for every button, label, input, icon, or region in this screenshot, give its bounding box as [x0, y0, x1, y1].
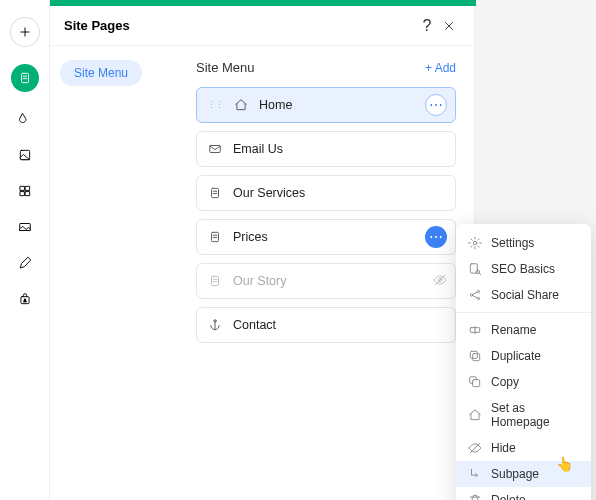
ctx-subpage[interactable]: Subpage [456, 461, 591, 487]
page-item-services[interactable]: Our Services [196, 175, 456, 211]
home-icon [468, 408, 482, 422]
drag-handle-icon[interactable]: ⋮⋮ [207, 100, 223, 110]
theme-icon[interactable] [16, 110, 34, 128]
page-label: Our Story [233, 274, 287, 288]
svg-rect-24 [473, 380, 480, 387]
page-label: Contact [233, 318, 276, 332]
image-tool-icon[interactable] [16, 146, 34, 164]
copy-icon [468, 375, 482, 389]
site-menu-chip[interactable]: Site Menu [60, 60, 142, 86]
ctx-duplicate[interactable]: Duplicate [456, 343, 591, 369]
add-page-button[interactable]: + Add [425, 61, 456, 75]
page-item-home[interactable]: ⋮⋮ Home ⋯ [196, 87, 456, 123]
search-doc-icon [468, 262, 482, 276]
gear-icon [468, 236, 482, 250]
svg-rect-4 [20, 192, 24, 196]
page-actions-button[interactable]: ⋯ [425, 94, 447, 116]
svg-rect-2 [20, 186, 24, 190]
menu-title: Site Menu [196, 60, 425, 75]
help-button[interactable]: ? [416, 17, 438, 35]
page-label: Our Services [233, 186, 305, 200]
ctx-homepage[interactable]: Set as Homepage [456, 395, 591, 435]
svg-text:A: A [23, 298, 26, 303]
svg-point-15 [473, 241, 477, 245]
add-button[interactable] [11, 18, 39, 46]
svg-rect-3 [25, 186, 29, 190]
pen-icon[interactable] [16, 254, 34, 272]
page-label: Email Us [233, 142, 283, 156]
svg-rect-9 [210, 146, 221, 153]
trash-icon [468, 493, 482, 500]
page-label: Home [259, 98, 292, 112]
svg-rect-22 [473, 354, 480, 361]
media-icon[interactable] [16, 218, 34, 236]
page-icon [207, 274, 223, 288]
panel-header: Site Pages ? [50, 6, 474, 46]
page-icon [207, 186, 223, 200]
page-actions-button[interactable]: ⋯ [425, 226, 447, 248]
subpage-icon [468, 467, 482, 481]
svg-rect-5 [25, 192, 29, 196]
panel-sidebar: Site Menu [50, 46, 190, 500]
svg-rect-0 [21, 73, 28, 82]
panel-main: Site Menu + Add ⋮⋮ Home ⋯ Email Us Our S… [190, 46, 474, 500]
close-button[interactable] [438, 19, 460, 33]
store-icon[interactable]: A [16, 290, 34, 308]
rename-icon [468, 323, 482, 337]
panel-title: Site Pages [64, 18, 416, 33]
share-icon [468, 288, 482, 302]
ctx-copy[interactable]: Copy [456, 369, 591, 395]
pages-button[interactable] [11, 64, 39, 92]
svg-rect-12 [212, 276, 219, 285]
page-item-email[interactable]: Email Us [196, 131, 456, 167]
anchor-icon [207, 318, 223, 332]
svg-point-17 [476, 270, 480, 274]
home-icon [233, 98, 249, 112]
context-menu: Settings SEO Basics Social Share Rename … [456, 224, 591, 500]
page-list: ⋮⋮ Home ⋯ Email Us Our Services Prices [196, 87, 456, 343]
svg-rect-23 [470, 351, 477, 358]
left-toolbar: A [0, 0, 50, 500]
svg-rect-11 [212, 232, 219, 241]
hidden-icon [433, 273, 447, 290]
ctx-seo[interactable]: SEO Basics [456, 256, 591, 282]
page-item-prices[interactable]: Prices ⋯ [196, 219, 456, 255]
svg-rect-10 [212, 188, 219, 197]
ctx-delete[interactable]: Delete [456, 487, 591, 500]
ctx-rename[interactable]: Rename [456, 317, 591, 343]
page-icon [207, 230, 223, 244]
ctx-social[interactable]: Social Share [456, 282, 591, 308]
page-item-contact[interactable]: Contact [196, 307, 456, 343]
ctx-settings[interactable]: Settings [456, 230, 591, 256]
page-item-story[interactable]: Our Story [196, 263, 456, 299]
site-pages-panel: Site Pages ? Site Menu Site Menu + Add ⋮… [50, 6, 475, 500]
divider [456, 312, 591, 313]
page-label: Prices [233, 230, 268, 244]
grid-icon[interactable] [16, 182, 34, 200]
ctx-hide[interactable]: Hide [456, 435, 591, 461]
mail-icon [207, 142, 223, 156]
duplicate-icon [468, 349, 482, 363]
hide-icon [468, 441, 482, 455]
